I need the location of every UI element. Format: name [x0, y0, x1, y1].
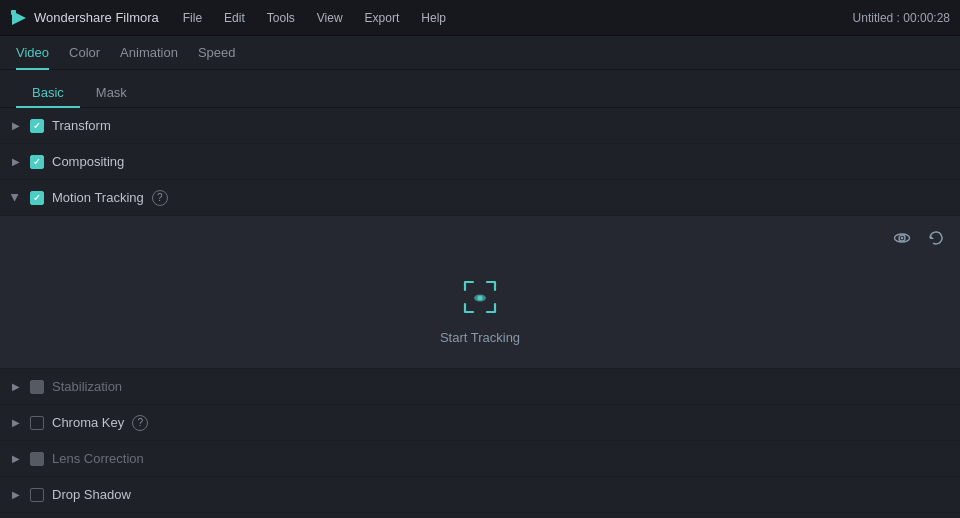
target-icon-svg [459, 276, 501, 318]
checkbox-motion-tracking[interactable] [30, 191, 44, 205]
help-icon-chroma-key[interactable]: ? [132, 415, 148, 431]
svg-point-7 [478, 295, 483, 300]
subtab-mask[interactable]: Mask [80, 79, 143, 108]
expand-arrow-transform: ▶ [10, 120, 22, 132]
svg-marker-5 [930, 235, 934, 239]
svg-rect-1 [11, 10, 16, 15]
tab-animation[interactable]: Animation [120, 37, 178, 70]
section-compositing[interactable]: ▶ Compositing [0, 144, 960, 180]
checkbox-compositing[interactable] [30, 155, 44, 169]
start-tracking-label[interactable]: Start Tracking [440, 330, 520, 345]
app-name: Wondershare Filmora [34, 10, 159, 25]
section-stabilization[interactable]: ▶ Stabilization [0, 369, 960, 405]
checkbox-lens-correction[interactable] [30, 452, 44, 466]
section-transform[interactable]: ▶ Transform [0, 108, 960, 144]
tab-speed[interactable]: Speed [198, 37, 236, 70]
properties-panel: Basic Mask ▶ Transform ▶ Compositing ▶ M… [0, 70, 960, 518]
tracking-panel: Start Tracking [0, 216, 960, 369]
expand-arrow-compositing: ▶ [10, 156, 22, 168]
menu-bar: File Edit Tools View Export Help [173, 7, 853, 29]
expand-arrow-stabilization: ▶ [10, 381, 22, 393]
label-stabilization: Stabilization [52, 379, 122, 394]
label-drop-shadow: Drop Shadow [52, 487, 131, 502]
menu-help[interactable]: Help [411, 7, 456, 29]
label-chroma-key: Chroma Key [52, 415, 124, 430]
svg-point-4 [901, 237, 904, 240]
label-transform: Transform [52, 118, 111, 133]
subtabbar: Basic Mask [0, 70, 960, 108]
section-auto-enhance[interactable]: ▶ Auto Enhance [0, 513, 960, 518]
tracking-view-button[interactable] [888, 224, 916, 252]
menu-edit[interactable]: Edit [214, 7, 255, 29]
menu-export[interactable]: Export [355, 7, 410, 29]
checkbox-chroma-key[interactable] [30, 416, 44, 430]
label-lens-correction: Lens Correction [52, 451, 144, 466]
main-tabbar: Video Color Animation Speed [0, 36, 960, 70]
help-icon-motion-tracking[interactable]: ? [152, 190, 168, 206]
expand-arrow-lens-correction: ▶ [10, 453, 22, 465]
menu-file[interactable]: File [173, 7, 212, 29]
menu-tools[interactable]: Tools [257, 7, 305, 29]
project-title: Untitled : 00:00:28 [853, 11, 950, 25]
section-motion-tracking[interactable]: ▶ Motion Tracking ? [0, 180, 960, 216]
tab-video[interactable]: Video [16, 37, 49, 70]
checkbox-drop-shadow[interactable] [30, 488, 44, 502]
checkbox-transform[interactable] [30, 119, 44, 133]
filmora-logo-icon [10, 9, 28, 27]
section-lens-correction[interactable]: ▶ Lens Correction [0, 441, 960, 477]
label-compositing: Compositing [52, 154, 124, 169]
section-drop-shadow[interactable]: ▶ Drop Shadow [0, 477, 960, 513]
reset-icon [927, 229, 945, 247]
subtab-basic[interactable]: Basic [16, 79, 80, 108]
eye-icon [893, 229, 911, 247]
menu-view[interactable]: View [307, 7, 353, 29]
label-motion-tracking: Motion Tracking [52, 190, 144, 205]
tracking-content: Start Tracking [10, 260, 950, 360]
titlebar: Wondershare Filmora File Edit Tools View… [0, 0, 960, 36]
expand-arrow-motion-tracking: ▶ [10, 192, 22, 204]
tracking-reset-button[interactable] [922, 224, 950, 252]
checkbox-stabilization[interactable] [30, 380, 44, 394]
app-logo: Wondershare Filmora [10, 9, 159, 27]
tracking-toolbar [10, 224, 950, 252]
expand-arrow-drop-shadow: ▶ [10, 489, 22, 501]
tab-color[interactable]: Color [69, 37, 100, 70]
tracking-target-icon [459, 276, 501, 318]
section-chroma-key[interactable]: ▶ Chroma Key ? [0, 405, 960, 441]
expand-arrow-chroma-key: ▶ [10, 417, 22, 429]
